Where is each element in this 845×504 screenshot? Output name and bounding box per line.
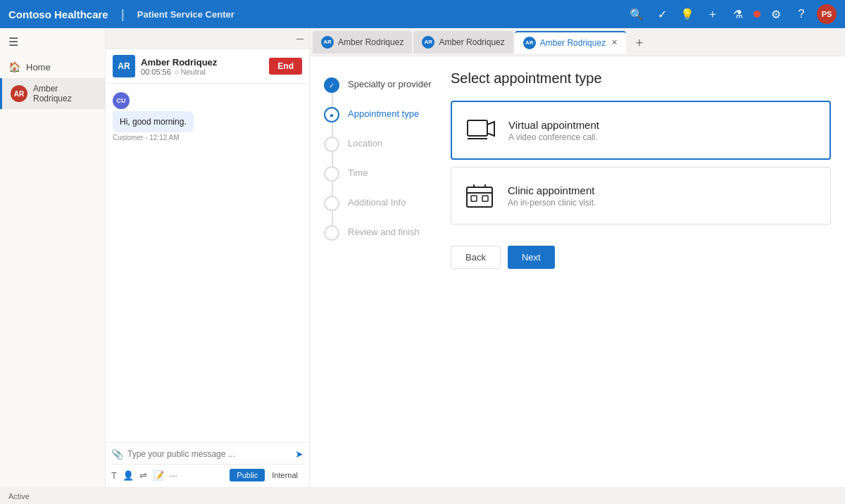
chat-input-area: 📎 ➤ T 👤 ⇌ 📝 ··· Public Internal — [106, 442, 309, 487]
plus-icon[interactable]: ＋ — [703, 4, 722, 24]
main-layout: ☰ 🏠 Home AR Amber Rodriquez ─ AR Amber R… — [0, 28, 845, 487]
virtual-appointment-card[interactable]: Virtual appointment A video conference c… — [451, 101, 831, 160]
step-time: Time — [324, 159, 437, 189]
timer-value: 00:05:56 — [141, 68, 171, 76]
message-text: Hi, good morning. — [113, 111, 194, 132]
more-icon[interactable]: ··· — [170, 470, 177, 481]
step-review-label: Review and finish — [348, 225, 420, 237]
check-icon[interactable]: ✓ — [652, 4, 672, 24]
message-time: Customer - 12:12 AM — [113, 134, 194, 141]
tab-3[interactable]: AR Amber Rodriquez ✕ — [515, 31, 626, 53]
minimize-button[interactable]: ─ — [296, 33, 303, 44]
caller-info: AR Amber Rodriquez 00:05:56 ○ Neutral En… — [106, 49, 309, 84]
step-appointment-circle: ● — [324, 107, 339, 122]
step-appointment-label: Appointment type — [348, 107, 419, 119]
note-icon[interactable]: 📝 — [153, 470, 164, 481]
message-sender-row: CU — [113, 92, 194, 109]
clinic-appointment-title: Clinic appointment — [508, 184, 819, 196]
chat-header: ─ — [106, 28, 309, 49]
active-status: Active — [8, 492, 30, 500]
appointment-content: Select appointment type Virtual ap — [451, 70, 831, 473]
virtual-appointment-desc: A video conference call. — [508, 132, 818, 142]
chat-input-row: 📎 ➤ — [111, 448, 303, 460]
sentiment-icon: ○ — [175, 68, 180, 76]
step-location: Location — [324, 130, 437, 159]
sidebar-home-label: Home — [26, 62, 51, 73]
home-icon: 🏠 — [8, 61, 20, 73]
step-location-label: Location — [348, 137, 382, 149]
caller-avatar: AR — [113, 55, 135, 77]
notification-dot — [753, 11, 760, 18]
help-icon[interactable]: ? — [791, 4, 811, 24]
tab-1[interactable]: AR Amber Rodriquez — [313, 31, 412, 53]
top-nav: Contoso Healthcare | Patient Service Cen… — [0, 0, 845, 28]
sidebar-item-home[interactable]: 🏠 Home — [0, 56, 105, 78]
end-call-button[interactable]: End — [269, 58, 302, 75]
svg-rect-8 — [482, 196, 488, 201]
step-specialty-circle: ✓ — [324, 77, 339, 93]
svg-rect-7 — [471, 196, 477, 201]
app-brand: Contoso Healthcare | Patient Service Cen… — [8, 7, 234, 22]
status-bar: Active — [0, 487, 845, 504]
add-tab-button[interactable]: ＋ — [630, 34, 649, 51]
next-button[interactable]: Next — [508, 246, 555, 269]
virtual-appointment-icon — [463, 113, 497, 147]
clinic-appointment-desc: An in-person clinic visit. — [508, 198, 819, 208]
tab-3-label: Amber Rodriquez — [540, 38, 606, 48]
hamburger-menu[interactable]: ☰ — [0, 28, 105, 56]
clinic-appointment-card[interactable]: Clinic appointment An in-person clinic v… — [451, 167, 831, 225]
step-specialty: ✓ Specialty or provider — [324, 70, 437, 100]
step-additional-circle — [324, 196, 339, 211]
chat-panel: ─ AR Amber Rodriquez 00:05:56 ○ Neutral — [106, 28, 310, 487]
caller-details: Amber Rodriquez 00:05:56 ○ Neutral — [141, 57, 263, 76]
appointment-title: Select appointment type — [451, 70, 831, 87]
caller-timer: 00:05:56 ○ Neutral — [141, 68, 263, 76]
tab-2[interactable]: AR Amber Rodriquez — [413, 31, 513, 53]
chat-input[interactable] — [127, 449, 291, 459]
search-icon[interactable]: 🔍 — [627, 4, 646, 24]
sidebar-agent-name: Amber Rodriquez — [33, 84, 96, 103]
action-buttons: Back Next — [451, 246, 831, 269]
step-location-circle — [324, 137, 339, 152]
bulb-icon[interactable]: 💡 — [677, 4, 697, 24]
chat-toolbar: T 👤 ⇌ 📝 ··· Public Internal — [111, 464, 303, 481]
chat-messages: CU Hi, good morning. Customer - 12:12 AM — [106, 84, 309, 442]
step-appointment-type: ● Appointment type — [324, 100, 437, 130]
agent-icon[interactable]: 👤 — [123, 470, 134, 481]
step-additional-info: Additional Info — [324, 189, 437, 218]
step-review: Review and finish — [324, 218, 437, 248]
sidebar-agent-item[interactable]: AR Amber Rodriquez — [0, 78, 105, 109]
tab-1-avatar: AR — [321, 36, 334, 49]
tab-3-avatar: AR — [523, 37, 536, 49]
tab-1-label: Amber Rodriquez — [338, 37, 403, 47]
virtual-appointment-info: Virtual appointment A video conference c… — [508, 119, 818, 142]
svg-rect-0 — [468, 120, 487, 136]
transfer-icon[interactable]: ⇌ — [139, 470, 147, 481]
back-button[interactable]: Back — [451, 246, 501, 269]
user-avatar[interactable]: PS — [817, 4, 837, 24]
public-button[interactable]: Public — [230, 469, 265, 481]
filter-icon[interactable]: ⚗ — [728, 4, 748, 24]
step-review-circle — [324, 225, 339, 241]
brand-divider: | — [121, 7, 125, 22]
format-icon[interactable]: T — [111, 470, 117, 481]
top-nav-icons: 🔍 ✓ 💡 ＋ ⚗ ⚙ ? PS — [627, 4, 837, 24]
chat-message-item: CU Hi, good morning. Customer - 12:12 AM — [113, 92, 194, 141]
clinic-appointment-info: Clinic appointment An in-person clinic v… — [508, 184, 819, 208]
sidebar: ☰ 🏠 Home AR Amber Rodriquez — [0, 28, 106, 487]
step-time-label: Time — [348, 166, 368, 178]
tab-3-close[interactable]: ✕ — [611, 38, 618, 47]
step-specialty-label: Specialty or provider — [348, 77, 432, 89]
message-source: Customer — [113, 134, 143, 141]
gear-icon[interactable]: ⚙ — [766, 4, 786, 24]
internal-button[interactable]: Internal — [266, 469, 303, 481]
app-subtitle: Patient Service Center — [137, 9, 234, 20]
tab-bar-wrapper: ─ AR Amber Rodriquez 00:05:56 ○ Neutral — [106, 28, 845, 487]
attach-icon[interactable]: 📎 — [111, 448, 123, 460]
svg-marker-1 — [487, 122, 494, 136]
send-icon[interactable]: ➤ — [295, 448, 303, 460]
tab-2-label: Amber Rodriquez — [439, 37, 504, 47]
tab-bar: AR Amber Rodriquez AR Amber Rodriquez AR… — [310, 28, 845, 56]
brand-name: Contoso Healthcare — [8, 8, 108, 20]
message-timestamp: 12:12 AM — [149, 134, 179, 141]
